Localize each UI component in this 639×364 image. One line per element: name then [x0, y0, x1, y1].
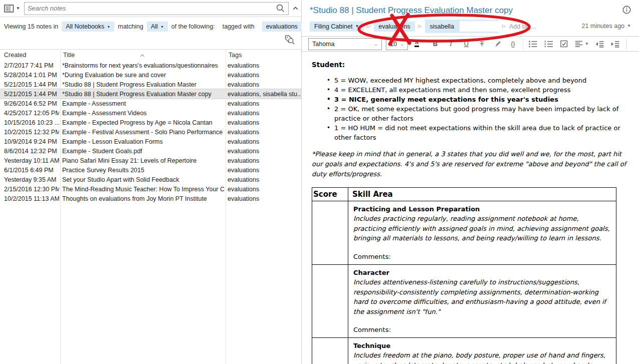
note-list-row[interactable]: 10/2/2015 12:32 PM Example - Festival As… — [0, 127, 301, 137]
italic-button[interactable]: I — [443, 38, 459, 50]
note-content-editor[interactable]: Student: 5 = WOW, exceeded MY highest ex… — [302, 52, 639, 364]
note-list-row[interactable]: 8/6/2014 12:32 PM Example - Student Goal… — [0, 146, 301, 156]
note-list-row[interactable]: 2/15/2016 12:30 PM The Mind-Reading Musi… — [0, 184, 301, 194]
note-list-row[interactable]: 5/28/2014 1:01 PM *During Evaluation be … — [0, 70, 301, 80]
rating-scale-item: 4 = EXCELLENT, all expectations met and … — [327, 85, 630, 95]
skill-name: Character — [353, 268, 611, 277]
row-created-cell: 10/15/2016 10:23 ... — [0, 119, 59, 126]
align-dropdown-button[interactable]: ▼ — [572, 38, 592, 50]
font-size-select[interactable]: 10 ⌄ — [386, 38, 408, 50]
row-tags-cell: evaluations — [225, 110, 301, 117]
rating-scale-list: 5 = WOW, exceeded MY highest expectation… — [327, 76, 630, 142]
bullet-list-button[interactable] — [525, 38, 541, 50]
tag-separator-icon: ▷ — [418, 24, 422, 29]
note-list-row[interactable]: Yesterday 10:11 AM Piano Safari Mini Ess… — [0, 156, 301, 165]
font-size-value: 10 — [390, 41, 397, 48]
numbered-list-icon — [544, 41, 553, 48]
underline-button[interactable]: U — [459, 38, 474, 50]
column-header-tags[interactable]: Tags — [229, 52, 242, 59]
row-title-cell: Example - Expected Progress by Age = Nic… — [59, 119, 225, 126]
note-info-button[interactable] — [622, 6, 631, 16]
strikethrough-button[interactable]: T — [474, 38, 490, 50]
chevron-down-icon: ▼ — [585, 42, 589, 46]
skill-name: Practicing and Lesson Preparation — [353, 204, 611, 214]
skill-description: Includes attentiveness-listening careful… — [353, 277, 611, 316]
row-tags-cell: evaluations — [225, 62, 301, 69]
code-block-button[interactable]: {} — [505, 38, 521, 50]
rating-scale-text: 3 = NICE, generally meet expectations fo… — [334, 96, 558, 103]
note-list-row[interactable]: 10/9/2014 9:24 PM Example - Lesson Evalu… — [0, 137, 301, 146]
font-family-select[interactable]: Tahoma ⌄ — [308, 38, 382, 50]
toolbar-divider — [626, 39, 626, 49]
notebook-selector[interactable]: Filing Cabinet ▼ — [310, 22, 363, 32]
view-options-button[interactable]: ▼ — [4, 5, 20, 13]
note-updated-dropdown[interactable]: 21 minutes ago ▼ — [582, 23, 631, 30]
row-title-cell: Piano Safari Mini Essay 21: Levels of Re… — [59, 157, 225, 164]
note-list-row[interactable]: 5/21/2015 1:44 PM *Studio 88 | Student P… — [0, 89, 301, 99]
row-created-cell: 10/9/2014 9:24 PM — [0, 138, 59, 145]
skill-area-header-cell: Skill Area — [348, 188, 616, 201]
skill-table-body: Practicing and Lesson Preparation Includ… — [312, 201, 616, 364]
column-header-title[interactable]: Title — [63, 52, 75, 59]
notebooks-dropdown[interactable]: All Notebooks ▼ — [62, 22, 114, 32]
app-window: ▼ Viewing 15 notes in All Notebooks ▼ — [0, 0, 639, 364]
tag-search-row — [0, 33, 301, 49]
row-title-cell: *Brainstorms for next years's evaluation… — [59, 62, 225, 69]
search-icon[interactable] — [276, 4, 285, 13]
numbered-list-button[interactable] — [541, 38, 556, 50]
note-list-row[interactable]: 10/15/2016 10:23 ... Example - Expected … — [0, 118, 301, 127]
filter-bar: Viewing 15 notes in All Notebooks ▼ matc… — [0, 17, 301, 33]
row-created-cell: Yesterday 9:35 AM — [0, 176, 59, 183]
match-mode-label: All — [151, 23, 158, 30]
note-editor-panel: *Studio 88 | Student Progress Evaluation… — [302, 0, 639, 364]
chevron-down-icon: ▼ — [107, 25, 110, 29]
note-paragraph: *Please keep in mind that in general, a … — [312, 149, 630, 179]
match-mode-dropdown[interactable]: All ▼ — [147, 22, 168, 32]
checkbox-button[interactable] — [556, 38, 572, 50]
note-list-row[interactable]: 6/1/2015 6:49 PM Practice Survey Results… — [0, 165, 301, 175]
column-divider — [226, 49, 226, 364]
add-tag-field[interactable]: Add tag... — [509, 23, 536, 30]
align-left-icon — [575, 41, 583, 48]
search-by-tag-button[interactable] — [284, 34, 295, 47]
tag-search-icon — [284, 34, 295, 45]
note-title[interactable]: *Studio 88 | Student Progress Evaluation… — [310, 5, 632, 16]
note-list-row[interactable]: 9/26/2014 6:52 PM Example - Assessment e… — [0, 99, 301, 108]
note-list-row[interactable]: 2/7/2017 7:41 PM *Brainstorms for next y… — [0, 61, 301, 70]
row-title-cell: Example - Lesson Evaluation Forms — [59, 138, 225, 145]
indent-button[interactable] — [607, 38, 623, 50]
note-list-row[interactable]: 10/2/2015 11:13 AM Thoughts on evaluatio… — [0, 194, 301, 203]
highlight-button[interactable] — [490, 38, 505, 50]
row-created-cell: Yesterday 10:11 AM — [0, 157, 59, 164]
row-tags-cell: evaluations — [225, 167, 301, 174]
tag-chip-evaluations[interactable]: evaluations — [374, 22, 414, 32]
filter-tag-chip[interactable]: evaluations — [262, 22, 302, 32]
column-header-created[interactable]: Created — [4, 52, 26, 59]
row-title-cell: Set your Studio Apart with Solid Feedbac… — [59, 176, 225, 183]
sort-ascending-icon[interactable] — [140, 52, 145, 59]
tag-edit-field[interactable] — [460, 21, 499, 32]
search-box — [24, 2, 289, 15]
content-heading: Student: — [312, 61, 630, 69]
column-divider — [60, 49, 61, 364]
tag-label: evaluations — [378, 23, 410, 30]
outdent-button[interactable] — [592, 38, 607, 50]
font-color-button[interactable]: a ▼ — [412, 38, 428, 50]
note-list-row[interactable]: 4/25/2017 12:05 PM Example - Assessment … — [0, 108, 301, 118]
row-title-cell: Example - Assessment Videos — [59, 110, 225, 117]
tag-chip-sisabella[interactable]: sisabella — [425, 20, 499, 33]
filter-prefix-label: Viewing 15 notes in — [4, 23, 58, 30]
row-tags-cell: evaluations — [225, 148, 301, 155]
collapse-search-options-button[interactable] — [293, 7, 298, 10]
note-list-panel: ▼ Viewing 15 notes in All Notebooks ▼ — [0, 0, 302, 364]
row-tags-cell: evaluations — [225, 72, 301, 79]
notebooks-dropdown-label: All Notebooks — [66, 23, 104, 30]
row-title-cell: Example - Student Goals.pdf — [59, 148, 225, 155]
tag-separator-icon: ▷ — [502, 24, 506, 29]
search-input[interactable] — [28, 5, 276, 12]
comments-label: Comments: — [353, 325, 611, 334]
indent-icon — [611, 41, 619, 48]
bold-button[interactable]: B — [428, 38, 443, 50]
note-list-row[interactable]: 5/21/2015 1:44 PM *Studio 88 | Student P… — [0, 80, 301, 89]
note-list-row[interactable]: Yesterday 9:35 AM Set your Studio Apart … — [0, 175, 301, 184]
